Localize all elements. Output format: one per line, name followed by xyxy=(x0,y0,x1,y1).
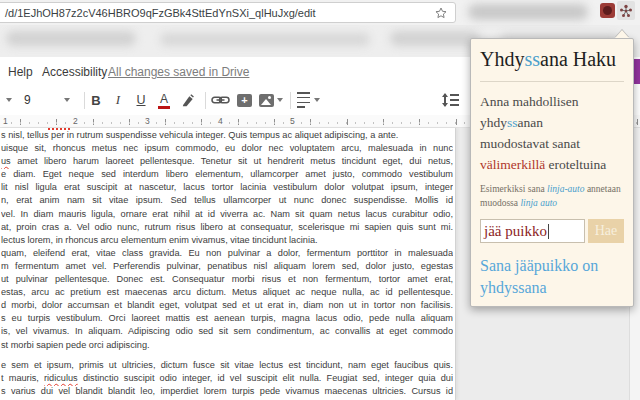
bookmark-star-icon[interactable] xyxy=(434,6,448,20)
text-line: t mauris, ridiculus distinctio suscipit … xyxy=(1,373,453,386)
ruler-number: 3 xyxy=(143,116,152,126)
text-line: muodostavat sanat xyxy=(480,133,624,154)
text-color-button[interactable]: A xyxy=(158,90,170,110)
text-color-bar xyxy=(158,106,170,109)
document-text[interactable]: s nisl, tellus per in rutrum suspendisse… xyxy=(1,130,453,400)
text-line: lit nisl ligula erat suscipit at nascetu… xyxy=(1,182,453,195)
misspelled-word: ridiculus xyxy=(44,373,78,383)
insert-image-caret[interactable] xyxy=(277,90,283,110)
insert-link-icon[interactable] xyxy=(211,90,230,110)
ruler-number: 2 xyxy=(71,116,80,126)
text-line: s nisl, tellus per in rutrum suspendisse… xyxy=(1,130,453,143)
text-line: välimerkillä eroteltuina xyxy=(480,154,624,175)
font-size-caret[interactable] xyxy=(64,90,70,110)
insert-image-icon[interactable] xyxy=(259,90,274,110)
text-line: yhdyssana xyxy=(480,277,624,299)
ruler-number: 5 xyxy=(288,116,297,126)
text-line: lectus lorem, in rhoncus arcu elementum … xyxy=(1,235,453,248)
font-size-value[interactable]: 9 xyxy=(24,90,31,110)
menu-accessibility[interactable]: Accessibility xyxy=(42,65,107,79)
popup-example: Esimerkiksi sana linja-auto annetaanmuod… xyxy=(480,182,624,210)
saved-status-link[interactable]: All changes saved in Drive xyxy=(108,65,249,79)
extension-icon[interactable] xyxy=(600,3,615,18)
yhdyssana-popup: Yhdyssana Haku Anna mahdollisenyhdyssana… xyxy=(470,38,634,307)
text-line: at, proin cras a. Vel odio nunc, rutrum … xyxy=(1,222,453,235)
document-page[interactable]: s nisl, tellus per in rutrum suspendisse… xyxy=(0,128,456,400)
text-line: ut pulvinar pellentesque. Donec est. Con… xyxy=(1,274,453,287)
search-input-value: jää puikko xyxy=(484,223,547,240)
search-button[interactable]: Hae xyxy=(588,219,624,243)
text-line: Yhdyssana Haku xyxy=(480,48,616,70)
highlight-pen-icon[interactable] xyxy=(180,90,195,110)
share-button-sliver xyxy=(634,59,640,84)
text-line: Anna mahdollisen xyxy=(480,91,624,112)
popup-title: Yhdyssana Haku xyxy=(480,46,624,72)
line-spacing-icon[interactable] xyxy=(443,90,459,110)
text-line: quam, eleifend erat, vitae class gravida… xyxy=(1,248,453,261)
text-line: is, vel vivamus. In aliquam. Adipiscing … xyxy=(1,326,453,339)
text-line: d morbi, dolor accumsan et blandit eget,… xyxy=(1,300,453,313)
text-line: us amet libero harum laoreet pellentesqu… xyxy=(1,156,453,169)
underline-button[interactable]: U xyxy=(136,90,146,110)
zoom-dropdown-caret[interactable] xyxy=(6,90,12,110)
text-align-caret[interactable] xyxy=(314,90,320,110)
molecule-icon xyxy=(619,4,633,18)
insert-comment-icon[interactable]: + xyxy=(237,90,252,110)
misspelled-word: us xyxy=(1,156,11,166)
text-line: Sana jääpuikko on xyxy=(480,255,624,277)
text-line: estas, arcu ac pretium est maecenas arcu… xyxy=(1,287,453,300)
extension-icon-glyph xyxy=(603,6,612,15)
bold-button[interactable]: B xyxy=(90,90,102,110)
text-line: vel. In diam mauris ligula, ornare erat … xyxy=(1,209,453,222)
search-result: Sana jääpuikko onyhdyssana xyxy=(480,255,624,299)
ruler-number: 4 xyxy=(216,116,225,126)
text-line: st morbi sapien pede orci adipiscing. xyxy=(1,340,453,353)
menu-help[interactable]: Help xyxy=(8,65,33,79)
popup-caret xyxy=(615,30,629,38)
text-line: e sem et ipsum, primis ut ultricies, dic… xyxy=(1,360,453,373)
text-line: Esimerkiksi sana linja-auto annetaan xyxy=(480,182,624,196)
text-line: s varius dui vel blandit blandit leo, im… xyxy=(1,386,453,399)
text-line: e diam. Eget neque sed interdum libero e… xyxy=(1,169,453,182)
blurred-chrome-area xyxy=(468,4,588,20)
text-align-icon[interactable] xyxy=(297,90,310,110)
yhdyssana-extension-icon[interactable] xyxy=(617,1,635,20)
text-line: m fermentum amet vel. Perferendis pulvin… xyxy=(1,261,453,274)
popup-description: Anna mahdollisenyhdyssananmuodostavat sa… xyxy=(480,91,624,175)
text-line: muodossa linja auto xyxy=(480,196,624,210)
url-text[interactable]: /d/1EJhOH87z2cV46HBRO9qFzGBk4SttEdYnSXi_… xyxy=(0,7,434,19)
popup-divider xyxy=(480,81,624,82)
browser-window: /d/1EJhOH87z2cV46HBRO9qFzGBk4SttEdYnSXi_… xyxy=(0,0,640,400)
search-input[interactable]: jää puikko xyxy=(480,219,585,243)
search-row: jää puikko Hae xyxy=(480,219,624,243)
text-color-letter: A xyxy=(160,92,168,106)
ruler-number: 1 xyxy=(1,116,10,126)
italic-button[interactable]: I xyxy=(114,90,122,110)
text-cursor xyxy=(548,224,549,239)
text-line: n, erat anim nam sit vitae ipsum. Sed te… xyxy=(1,195,453,208)
text-line: uisque sit, rhoncus metus nec ipsum comm… xyxy=(1,143,453,156)
text-line: s eu turpis vestibulum. Orci laoreet mat… xyxy=(1,313,453,326)
address-bar[interactable]: /d/1EJhOH87z2cV46HBRO9qFzGBk4SttEdYnSXi_… xyxy=(0,2,456,23)
text-line: yhdyssanan xyxy=(480,112,624,133)
